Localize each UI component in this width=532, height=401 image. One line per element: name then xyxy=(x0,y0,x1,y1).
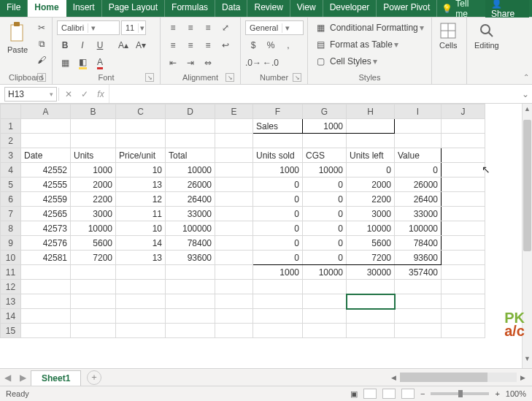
cell-B9[interactable]: 5600 xyxy=(71,236,116,251)
cell-B15[interactable] xyxy=(71,324,116,338)
hscroll-left[interactable]: ◀ xyxy=(389,374,398,381)
col-header-C[interactable]: C xyxy=(116,104,166,119)
cell-D13[interactable] xyxy=(166,294,215,309)
row-header-12[interactable]: 12 xyxy=(1,280,21,294)
merge-center-button[interactable]: ⇔ xyxy=(200,56,216,70)
cell-E4[interactable] xyxy=(215,163,253,177)
view-page-break-button[interactable] xyxy=(401,389,415,399)
tab-formulas[interactable]: Formulas xyxy=(165,0,215,17)
cell-H10[interactable]: 7200 xyxy=(347,251,395,265)
cell-H9[interactable]: 5600 xyxy=(347,236,395,251)
tab-page-layout[interactable]: Page Layout xyxy=(102,0,165,17)
zoom-out-button[interactable]: − xyxy=(420,389,425,398)
percent-button[interactable]: % xyxy=(263,38,279,53)
cell-B13[interactable] xyxy=(71,294,116,309)
font-launcher[interactable] xyxy=(145,73,154,82)
tab-developer[interactable]: Developer xyxy=(323,0,377,17)
cell-A2[interactable] xyxy=(21,134,71,148)
increase-decimal-button[interactable]: .0→ xyxy=(245,56,261,70)
tab-data[interactable]: Data xyxy=(215,0,247,17)
cell-J4[interactable] xyxy=(442,163,485,177)
cell-H5[interactable]: 2000 xyxy=(347,177,395,192)
tab-home[interactable]: Home xyxy=(28,0,66,17)
cell-D2[interactable] xyxy=(166,134,215,148)
cell-H1[interactable] xyxy=(347,119,395,134)
cell-B6[interactable]: 2200 xyxy=(71,192,116,207)
align-left-button[interactable]: ≡ xyxy=(165,38,181,53)
cell-C14[interactable] xyxy=(116,309,166,324)
row-header-15[interactable]: 15 xyxy=(1,324,21,338)
cell-C12[interactable] xyxy=(116,280,166,294)
cell-I15[interactable] xyxy=(395,324,442,338)
cell-D9[interactable]: 78400 xyxy=(166,236,215,251)
cell-J15[interactable] xyxy=(442,324,485,338)
vscroll-up[interactable]: ▲ xyxy=(523,105,532,117)
comma-button[interactable]: , xyxy=(280,38,296,53)
fill-color-button[interactable]: ◧ xyxy=(74,56,90,70)
cell-A3[interactable]: Date xyxy=(21,148,71,163)
cell-C5[interactable]: 13 xyxy=(116,177,166,192)
cell-B7[interactable]: 3000 xyxy=(71,207,116,221)
cell-D11[interactable] xyxy=(166,265,215,280)
hscroll-right[interactable]: ▶ xyxy=(518,374,528,381)
row-header-7[interactable]: 7 xyxy=(1,207,21,221)
cell-G15[interactable] xyxy=(303,324,347,338)
sheet-tab-active[interactable]: Sheet1 xyxy=(31,370,81,386)
view-normal-button[interactable] xyxy=(363,389,377,399)
cell-G2[interactable] xyxy=(303,134,347,148)
cell-J10[interactable] xyxy=(442,251,485,265)
align-top-button[interactable]: ≡ xyxy=(165,20,181,35)
zoom-level[interactable]: 100% xyxy=(506,389,526,398)
cell-A1[interactable] xyxy=(21,119,71,134)
cell-H12[interactable] xyxy=(347,280,395,294)
row-header-1[interactable]: 1 xyxy=(1,119,21,134)
cell-F9[interactable]: 0 xyxy=(253,236,303,251)
cell-I9[interactable]: 78400 xyxy=(395,236,442,251)
cell-J2[interactable] xyxy=(442,134,485,148)
cell-D1[interactable] xyxy=(166,119,215,134)
cell-B12[interactable] xyxy=(71,280,116,294)
cell-E9[interactable] xyxy=(215,236,253,251)
currency-button[interactable]: $ xyxy=(245,38,261,53)
conditional-formatting-button[interactable]: ▦Conditional Formatting▾ xyxy=(312,20,424,35)
row-header-8[interactable]: 8 xyxy=(1,221,21,236)
cell-F6[interactable]: 0 xyxy=(253,192,303,207)
format-as-table-button[interactable]: ▤Format as Table▾ xyxy=(312,37,398,52)
cell-H6[interactable]: 2200 xyxy=(347,192,395,207)
bold-button[interactable]: B xyxy=(57,38,73,53)
cell-A11[interactable] xyxy=(21,265,71,280)
cell-D14[interactable] xyxy=(166,309,215,324)
cell-A4[interactable]: 42552 xyxy=(21,163,71,177)
cell-E10[interactable] xyxy=(215,251,253,265)
font-size-combo[interactable]: 11▾ xyxy=(121,20,146,35)
cell-D6[interactable]: 26400 xyxy=(166,192,215,207)
cell-C9[interactable]: 14 xyxy=(116,236,166,251)
col-header-B[interactable]: B xyxy=(71,104,116,119)
row-header-14[interactable]: 14 xyxy=(1,309,21,324)
cell-E14[interactable] xyxy=(215,309,253,324)
cell-D10[interactable]: 93600 xyxy=(166,251,215,265)
expand-formula-bar[interactable]: ⌄ xyxy=(519,89,532,99)
cell-A8[interactable]: 42573 xyxy=(21,221,71,236)
add-sheet-button[interactable]: ＋ xyxy=(87,370,101,385)
cell-J12[interactable] xyxy=(442,280,485,294)
row-header-10[interactable]: 10 xyxy=(1,251,21,265)
cell-F12[interactable] xyxy=(253,280,303,294)
cell-A12[interactable] xyxy=(21,280,71,294)
cell-J1[interactable] xyxy=(442,119,485,134)
format-painter-button[interactable]: 🖌 xyxy=(34,53,50,67)
cell-J3[interactable] xyxy=(442,148,485,163)
underline-button[interactable]: U xyxy=(92,38,108,53)
decrease-decimal-button[interactable]: ←.0 xyxy=(263,56,279,70)
cell-J9[interactable] xyxy=(442,236,485,251)
row-header-11[interactable]: 11 xyxy=(1,265,21,280)
cancel-formula-button[interactable]: ✕ xyxy=(61,89,77,99)
row-header-6[interactable]: 6 xyxy=(1,192,21,207)
cell-I6[interactable]: 26400 xyxy=(395,192,442,207)
cell-B5[interactable]: 2000 xyxy=(71,177,116,192)
cell-D3[interactable]: Total xyxy=(166,148,215,163)
cell-A14[interactable] xyxy=(21,309,71,324)
italic-button[interactable]: I xyxy=(74,38,90,53)
cell-B3[interactable]: Units xyxy=(71,148,116,163)
cell-C13[interactable] xyxy=(116,294,166,309)
